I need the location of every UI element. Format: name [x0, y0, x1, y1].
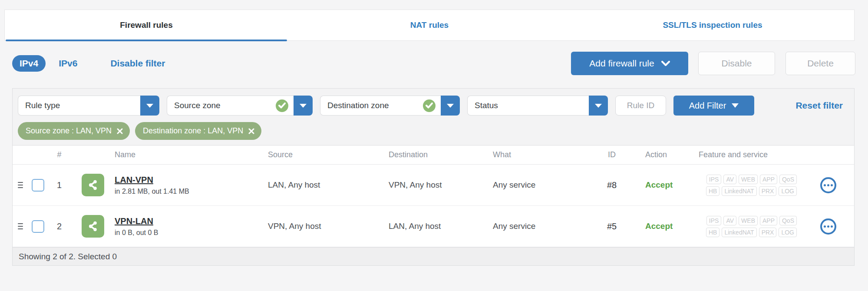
add-firewall-rule-label: Add firewall rule	[589, 58, 654, 69]
rule-source: VPN, Any host	[256, 222, 376, 231]
badge-linkednat: LinkedNAT	[722, 228, 756, 237]
add-firewall-rule-button[interactable]: Add firewall rule	[571, 52, 688, 75]
disable-filter-link[interactable]: Disable filter	[110, 58, 165, 69]
filter-chip-source-zone[interactable]: Source zone : LAN, VPN	[18, 122, 130, 140]
badge-av: AV	[723, 175, 736, 184]
badge-ips: IPS	[706, 175, 722, 184]
status-filter: Status	[467, 96, 608, 116]
header-what: What	[481, 150, 590, 159]
badge-prx: PRX	[759, 186, 777, 196]
tab-label: Firewall rules	[120, 20, 172, 30]
rule-name-cell: LAN-VPN in 2.81 MB, out 1.41 MB	[115, 175, 256, 195]
ellipsis-menu-icon[interactable]	[820, 177, 836, 193]
chevron-down-icon	[661, 61, 670, 66]
header-action: Action	[634, 150, 699, 159]
source-zone-dropdown-button[interactable]	[294, 96, 313, 116]
rule-name-link[interactable]: VPN-LAN	[115, 216, 153, 226]
tab-firewall-rules[interactable]: Firewall rules	[5, 10, 288, 40]
rule-position: 2	[47, 222, 71, 231]
firewall-rules-panel: Rule type Source zone Destination zone	[12, 88, 855, 266]
disable-button[interactable]: Disable	[698, 52, 775, 75]
header-source: Source	[256, 150, 376, 159]
filter-chip-destination-zone[interactable]: Destination zone : LAN, VPN	[135, 122, 261, 140]
rule-what: Any service	[481, 180, 590, 190]
source-zone-label: Source zone	[174, 101, 271, 110]
rule-type-dropdown-button[interactable]	[140, 96, 159, 116]
tab-nat-rules[interactable]: NAT rules	[288, 10, 571, 40]
source-zone-field[interactable]: Source zone	[167, 96, 294, 116]
rule-id: #8	[590, 180, 634, 190]
status-dropdown-button[interactable]	[589, 96, 608, 116]
rule-what: Any service	[481, 222, 590, 231]
check-circle-icon	[276, 99, 288, 112]
status-field[interactable]: Status	[467, 96, 589, 116]
badge-log: LOG	[779, 186, 797, 196]
destination-zone-filter: Destination zone	[320, 96, 460, 116]
row-menu-cell	[815, 177, 854, 193]
row-checkbox[interactable]	[32, 220, 44, 233]
toolbar: IPv4 IPv6 Disable filter Add firewall ru…	[12, 51, 855, 76]
tab-ssl-tls-inspection-rules[interactable]: SSL/TLS inspection rules	[571, 10, 854, 40]
row-count-summary: Showing 2 of 2. Selected 0	[19, 252, 117, 261]
table-header-row: # Name Source Destination What ID Action…	[13, 146, 854, 165]
rule-name-link[interactable]: LAN-VPN	[115, 175, 153, 185]
badge-web: WEB	[739, 216, 758, 225]
rule-traffic: in 0 B, out 0 B	[115, 229, 256, 237]
badge-hb: HB	[706, 186, 719, 196]
badge-qos: QoS	[779, 216, 797, 225]
active-filter-chips: Source zone : LAN, VPN Destination zone …	[13, 116, 854, 145]
header-feature: Feature and service	[699, 150, 815, 159]
row-checkbox[interactable]	[32, 179, 44, 192]
feature-badges: IPS AV WEB APP QoS HB LinkedNAT PRX LOG	[699, 216, 815, 237]
feature-badges: IPS AV WEB APP QoS HB LinkedNAT PRX LOG	[699, 175, 815, 196]
destination-zone-field[interactable]: Destination zone	[320, 96, 441, 116]
filter-chip-label: Destination zone : LAN, VPN	[143, 126, 243, 136]
rule-traffic: in 2.81 MB, out 1.41 MB	[115, 188, 256, 195]
badge-linkednat: LinkedNAT	[722, 186, 756, 196]
badge-log: LOG	[779, 228, 797, 237]
filter-chip-label: Source zone : LAN, VPN	[26, 126, 112, 136]
rule-id: #5	[590, 222, 634, 231]
rule-type-filter: Rule type	[18, 96, 159, 116]
table-footer: Showing 2 of 2. Selected 0	[13, 247, 854, 265]
rule-destination: LAN, Any host	[376, 222, 481, 231]
remove-filter-icon[interactable]	[117, 128, 123, 134]
rule-id-input[interactable]	[615, 96, 666, 116]
ipv6-toggle[interactable]: IPv6	[59, 58, 77, 69]
header-destination: Destination	[376, 150, 481, 159]
caret-down-icon	[732, 103, 739, 108]
header-id: ID	[590, 150, 634, 159]
ipv4-toggle[interactable]: IPv4	[12, 55, 46, 72]
header-num: #	[47, 150, 71, 159]
rule-action: Accept	[634, 222, 699, 231]
drag-handle-icon[interactable]	[18, 223, 23, 229]
destination-zone-dropdown-button[interactable]	[441, 96, 460, 116]
rule-type-field[interactable]: Rule type	[18, 96, 140, 116]
reset-filter-link[interactable]: Reset filter	[795, 100, 843, 111]
badge-av: AV	[723, 216, 736, 225]
row-menu-cell	[815, 218, 854, 235]
add-filter-button[interactable]: Add Filter	[673, 96, 754, 116]
badge-prx: PRX	[759, 228, 777, 237]
badge-web: WEB	[739, 175, 758, 184]
badge-app: APP	[760, 216, 777, 225]
check-circle-icon	[423, 99, 436, 112]
table-row: 1 LAN-VPN in 2.81 MB, out 1.41 MB LAN, A…	[13, 165, 854, 206]
rule-action: Accept	[634, 180, 699, 190]
filter-row: Rule type Source zone Destination zone	[13, 89, 854, 116]
tab-label: NAT rules	[410, 20, 449, 30]
firewall-rules-table: # Name Source Destination What ID Action…	[13, 145, 854, 265]
status-label: Status	[475, 101, 584, 110]
remove-filter-icon[interactable]	[248, 128, 254, 134]
rule-source: LAN, Any host	[256, 180, 376, 190]
badge-ips: IPS	[706, 216, 722, 225]
rule-type-label: Rule type	[25, 101, 135, 110]
drag-handle-icon[interactable]	[18, 182, 23, 188]
table-row: 2 VPN-LAN in 0 B, out 0 B VPN, Any host …	[13, 206, 854, 247]
ellipsis-menu-icon[interactable]	[820, 218, 836, 235]
rules-tabbar: Firewall rules NAT rules SSL/TLS inspect…	[4, 10, 855, 41]
rule-name-cell: VPN-LAN in 0 B, out 0 B	[115, 216, 256, 237]
tab-label: SSL/TLS inspection rules	[663, 20, 762, 30]
badge-app: APP	[760, 175, 777, 184]
delete-button[interactable]: Delete	[785, 52, 855, 75]
